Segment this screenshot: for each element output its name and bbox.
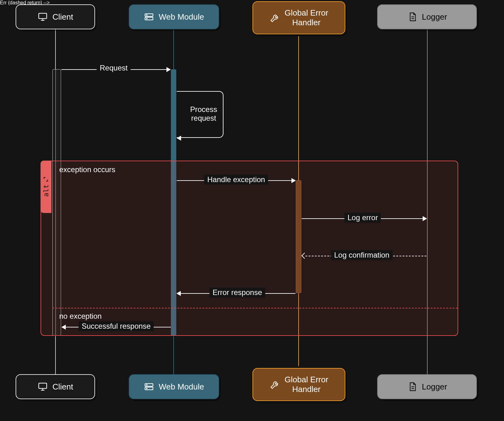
actor-logger-top: Logger (377, 4, 477, 29)
svg-point-5 (146, 15, 147, 15)
alt-tag-label: alt (42, 184, 50, 197)
expand-icon (44, 177, 49, 182)
message-process-request: Process request (187, 104, 220, 123)
document-icon (407, 381, 418, 392)
document-icon (407, 12, 418, 22)
actor-label: Web Module (159, 12, 204, 22)
server-icon (144, 381, 154, 392)
message-request: Request (97, 63, 131, 73)
actor-label: Client (52, 12, 73, 22)
alt-fragment-tab: alt (41, 161, 51, 213)
actor-label-line1: Global Error (285, 375, 328, 385)
arrow-head (177, 136, 181, 141)
alt-guard-no-exception: no exception (59, 312, 102, 321)
message-line: request (190, 114, 217, 123)
wrench-icon (270, 379, 280, 390)
monitor-icon (37, 12, 48, 22)
message-successful-response: Successful response (79, 321, 154, 331)
arrow-head (166, 67, 171, 72)
sequence-diagram-canvas: Client Web Module Global Error Handler L… (0, 0, 504, 421)
actor-label-line2: Handler (292, 385, 320, 394)
alt-divider (52, 308, 458, 308)
arrow-head (176, 291, 181, 296)
actor-web-module-bottom: Web Module (129, 374, 219, 399)
svg-rect-0 (39, 13, 47, 19)
actor-error-handler-bottom: Global Error Handler (252, 368, 345, 401)
message-line: Process (190, 105, 217, 114)
actor-label-line2: Handler (292, 18, 320, 27)
monitor-icon (37, 381, 48, 392)
actor-label-line1: Global Error (285, 8, 328, 18)
alt-guard-exception-occurs: exception occurs (59, 165, 115, 174)
svg-rect-9 (39, 383, 47, 389)
message-handle-exception: Handle exception (204, 175, 268, 185)
actor-client-top: Client (16, 4, 95, 29)
server-icon (144, 12, 154, 22)
arrow-head (423, 216, 427, 221)
actor-label: Web Module (159, 382, 204, 392)
actor-logger-bottom: Logger (377, 374, 477, 399)
svg-point-15 (146, 388, 147, 389)
message-log-confirmation: Log confirmation (331, 250, 392, 260)
alt-fragment-frame (41, 161, 458, 336)
svg-point-6 (146, 18, 147, 19)
message-log-error: Log error (344, 213, 381, 223)
arrow-head (291, 178, 296, 183)
actor-error-handler-top: Global Error Handler (252, 1, 345, 34)
wrench-icon (270, 12, 280, 23)
message-error-response: Error response (209, 288, 265, 298)
actor-label: Client (52, 382, 73, 392)
arrow-head (61, 325, 66, 330)
actor-client-bottom: Client (16, 374, 95, 399)
svg-point-14 (146, 385, 147, 385)
actor-label: Logger (422, 382, 447, 392)
actor-web-module-top: Web Module (129, 4, 219, 29)
actor-label: Logger (422, 12, 447, 22)
